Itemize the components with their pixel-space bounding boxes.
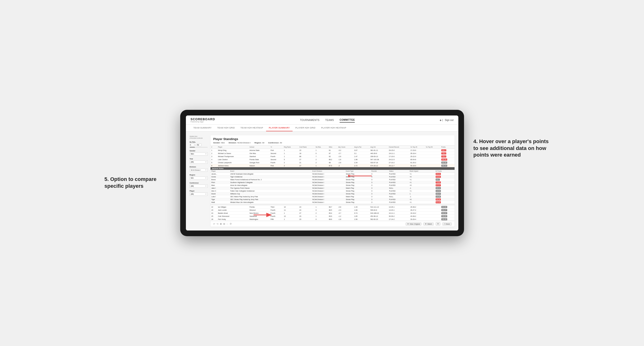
range-slider <box>190 147 208 148</box>
filter-range-inputs: - <box>190 144 208 146</box>
filter-player-dropdown[interactable]: (All) ▾ <box>190 192 208 196</box>
table-row: 25 Cole Sherwood Vanderbilt Fourth 12 23… <box>210 215 454 218</box>
col-vs-top50: Vs Top 50 <box>425 146 440 149</box>
filter-player-label: Player <box>190 190 208 192</box>
filter-year-dropdown[interactable]: (All) ▾ <box>190 160 208 164</box>
watch-icon: 👁 <box>425 223 427 225</box>
col-player: Player <box>217 146 249 149</box>
filter-no-rds-label: No Rds. <box>190 141 208 143</box>
col-wins: Wins <box>328 146 337 149</box>
filter-gender-label: Gender <box>190 150 208 152</box>
gender-filter-item: Gender: Men <box>213 142 225 144</box>
main-content: Update time: 27/01/2024 16:56:26 No Rds.… <box>186 132 458 230</box>
more-icon[interactable]: ··· <box>226 223 228 225</box>
col-school: School <box>248 146 270 149</box>
nav-tournaments[interactable]: TOURNAMENTS <box>300 118 320 122</box>
paste-icon[interactable]: ⊟ <box>223 223 225 225</box>
chevron-down-icon-region: ▾ <box>206 177 206 179</box>
range-slider-fill <box>190 147 195 148</box>
watch-button[interactable]: 👁 Watch <box>423 222 434 226</box>
col-adj-score: Adj. Score <box>337 146 353 149</box>
filter-division-label: Division <box>190 166 208 168</box>
annotation-right: 4. Hover over a player's points to see a… <box>474 138 554 159</box>
filter-region-label: Region <box>190 174 208 176</box>
filter-conference: Conference (All) ▾ <box>190 182 208 188</box>
chevron-down-icon-player: ▾ <box>206 193 206 195</box>
table-row: 1 Wenyi Ding Arizona State First 1 15 1 … <box>210 149 454 152</box>
col-vs-top25: Vs Top 25 <box>410 146 425 149</box>
sub-nav-team-h2h-heatmap[interactable]: TEAM H2H HEATMAP <box>238 125 266 131</box>
left-filter-panel: Update time: 27/01/2024 16:56:26 No Rds.… <box>190 135 208 227</box>
redo-icon[interactable]: ↪ <box>217 223 218 225</box>
filter-no-rds: No Rds. - <box>190 141 208 148</box>
chevron-down-icon: ▾ <box>206 153 206 155</box>
filter-gender: Gender Men ▾ <box>190 150 208 156</box>
filter-conference-label: Conference <box>190 182 208 184</box>
sub-nav-player-h2h-grid[interactable]: PLAYER H2H GRID <box>292 125 318 131</box>
chevron-down-icon-conference: ▾ <box>206 185 206 187</box>
bottom-toolbar: ↩ ↪ ⊞ ⊟ ··· ⏱ 👁 View: Original <box>210 221 454 227</box>
table-row: 2 Michael La Sasso Ole Miss Second 1 18 … <box>210 152 454 155</box>
table-row: 6 Jackson Koivu Auburn First 2 27 1 87.5… <box>210 164 454 167</box>
sub-nav-player-summary[interactable]: PLAYER SUMMARY <box>266 125 293 131</box>
region-filter-item: Region: All <box>254 142 264 144</box>
filter-gender-dropdown[interactable]: Men ▾ <box>190 152 208 156</box>
filter-region: Region N/A ▾ <box>190 174 208 180</box>
tooltip-table-row: Mattl Mirabei Maui Jim Intercollegiate N… <box>210 201 454 204</box>
nav-teams[interactable]: TEAMS <box>325 118 334 122</box>
tooltip-table-row: Alex C Fallen Oak Collegiate Invitationa… <box>210 190 454 192</box>
sub-nav-team-h2h-grid[interactable]: TEAM H2H GRID <box>214 125 238 131</box>
filter-year: Year (All) ▾ <box>190 158 208 164</box>
filter-no-rds-max[interactable] <box>197 144 202 146</box>
tooltip-table-row: Brenn Wake Forest Invitational at Pinehu… <box>210 178 454 181</box>
undo-icon[interactable]: ↩ <box>213 223 215 225</box>
copy-icon[interactable]: ⊞ <box>220 223 222 225</box>
table-row: 26 Petr Hruby Washington Fifth 1 23 0 68… <box>210 218 454 221</box>
nav-right: ◈ | Sign out <box>440 119 454 121</box>
filter-player: Player (All) ▾ <box>190 190 208 196</box>
table-row: 24 Bastien Amat New Mexico Fourth 1 27 2… <box>210 212 454 215</box>
download-icon[interactable]: ⬇ <box>436 222 440 226</box>
main-nav: TOURNAMENTS TEAMS COMMITTEE <box>300 118 355 123</box>
view-original-button[interactable]: 👁 View: Original <box>406 222 422 226</box>
tooltip-table-row: Marc Amer An Intercollegiate NCAA Divisi… <box>210 184 454 187</box>
table-row: 22 Ian Gilligan Florida Third 10 24 1 68… <box>210 205 454 208</box>
filter-year-label: Year <box>190 158 208 160</box>
table-row: 23 Jack Lundin Missouri Fourth 11 24 0 8… <box>210 208 454 212</box>
tooltip-table-row: David Williams Cup NCAA Division I Strok… <box>210 192 454 195</box>
sub-nav-player-h2h-heatmap[interactable]: PLAYER H2H HEATMAP <box>318 125 349 131</box>
filter-division-dropdown[interactable]: NCAA Division I ▾ <box>190 169 208 172</box>
col-avg-to-par: Avg to-Par <box>353 146 370 149</box>
top-nav: SCOREBOARD Powered by clippi TOURNAMENTS… <box>186 116 458 125</box>
filter-no-rds-min[interactable] <box>190 144 194 146</box>
share-button[interactable]: ⤴ Share <box>442 222 452 226</box>
nav-committee[interactable]: COMMITTEE <box>340 118 355 123</box>
division-filter-item: Division: NCAA Division I <box>229 142 251 144</box>
app-title: SCOREBOARD <box>190 117 215 121</box>
conference-filter-item: Conference: All <box>268 142 282 144</box>
annotation-left: 5. Option to compare specific players <box>104 176 171 189</box>
chevron-down-icon-division: ▾ <box>206 169 206 171</box>
app-subtitle: Powered by clippi <box>190 121 215 123</box>
filter-division: Division NCAA Division I ▾ <box>190 166 208 172</box>
table-row: 3 Michael Thorbjornsen Stanford Fourth 1… <box>210 155 454 158</box>
player-table: # Player School Yr Reg Rank Conf Rank No… <box>210 146 454 221</box>
update-time: Update time: 27/01/2024 16:56:26 <box>190 135 208 139</box>
right-arrow-icon <box>348 171 372 181</box>
sign-out-link[interactable]: Sign out <box>445 119 454 121</box>
col-avg-sg: Avg SG <box>370 146 388 149</box>
clock-icon[interactable]: ⏱ <box>230 223 232 225</box>
col-no-rds: No Rds. <box>314 146 328 149</box>
filter-region-dropdown[interactable]: N/A ▾ <box>190 176 208 180</box>
sub-nav-team-summary[interactable]: TEAM SUMMARY <box>190 125 214 131</box>
tooltip-table-row: Gordo Tiger Invitational NCAA Division I… <box>210 175 454 178</box>
filter-conference-dropdown[interactable]: (All) ▾ <box>190 184 208 188</box>
left-arrow-icon <box>254 211 272 218</box>
toolbar-left: ↩ ↪ ⊞ ⊟ ··· ⏱ <box>213 223 232 225</box>
share-icon: ⤴ <box>444 223 445 225</box>
col-conf-rank: Conf Rank <box>298 146 315 149</box>
col-yr: Yr <box>270 146 283 149</box>
tooltip-table-row: Luke I SEC Match Play hosted by Jerry Pa… <box>210 195 454 198</box>
col-points: Points <box>440 146 454 149</box>
logo-area: SCOREBOARD Powered by clippi <box>190 117 215 123</box>
